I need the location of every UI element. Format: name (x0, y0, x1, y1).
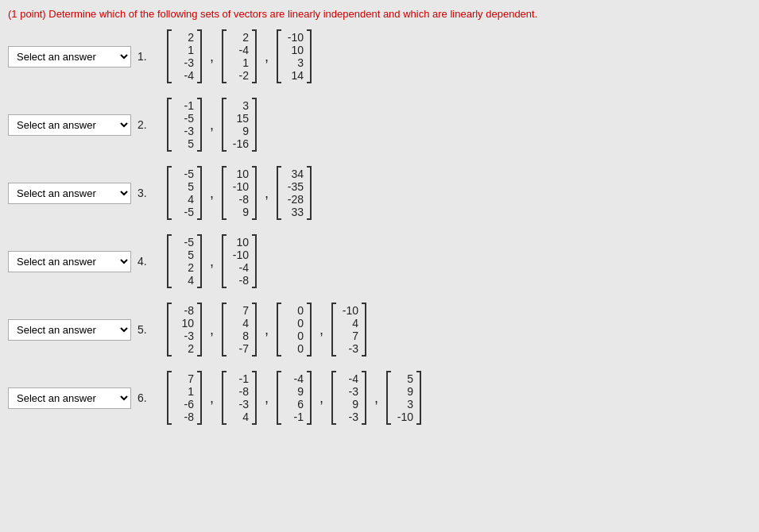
bracket-left (222, 29, 227, 83)
vectors-container-6: 71-6-8,-1-8-34,-496-1,-4-39-3,593-10 (167, 371, 421, 425)
select-wrapper-3: Select an answerLinearly IndependentLine… (8, 183, 167, 204)
bracket-right (197, 303, 202, 357)
vectors-container-5: -810-32,748-7,0000,-1047-3 (167, 303, 366, 357)
bracket-right (252, 166, 257, 220)
answer-select-2[interactable]: Select an answerLinearly IndependentLine… (8, 114, 131, 136)
matrix-cell: -16 (230, 137, 249, 150)
bracket-left (167, 303, 172, 357)
bracket-left (331, 303, 336, 357)
question-row-2: Select an answerLinearly IndependentLine… (8, 98, 751, 152)
matrix-cell: -3 (175, 330, 194, 342)
select-wrapper-5: Select an answerLinearly IndependentLine… (8, 319, 167, 341)
separator: , (210, 117, 214, 133)
bracket-right (197, 166, 202, 220)
bracket-left (277, 303, 281, 357)
matrix-cell: -3 (339, 385, 358, 398)
answer-select-3[interactable]: Select an answerLinearly IndependentLine… (8, 183, 131, 204)
answer-select-4[interactable]: Select an answerLinearly IndependentLine… (8, 251, 131, 272)
matrix-cell: 9 (285, 385, 304, 398)
bracket-left (386, 371, 391, 425)
answer-select-6[interactable]: Select an answerLinearly IndependentLine… (8, 387, 131, 409)
bracket-left (331, 371, 336, 425)
matrix-values: -554-5 (175, 166, 194, 220)
matrix-cell: 2 (175, 31, 194, 44)
matrix-cell: 34 (285, 168, 304, 180)
matrix-cell: -6 (175, 398, 194, 411)
matrix-cell: -4 (339, 372, 358, 385)
bracket-left (167, 98, 172, 152)
matrix-cell: -3 (175, 125, 194, 137)
matrix-cell: 14 (285, 69, 304, 82)
vector-6-3: -496-1 (277, 371, 312, 425)
matrix-cell: 1 (230, 56, 249, 69)
vector-5-3: 0000 (277, 303, 312, 357)
matrix-cell: -10 (230, 180, 249, 193)
matrix-values: 21-3-4 (175, 29, 194, 83)
matrix-cell: 7 (230, 304, 249, 317)
matrix-cell: 1 (175, 44, 194, 56)
matrix-cell: 8 (230, 330, 249, 342)
matrix-cell: -7 (230, 342, 249, 355)
bracket-left (167, 371, 172, 425)
select-wrapper-4: Select an answerLinearly IndependentLine… (8, 251, 167, 272)
matrix-cell: -8 (175, 411, 194, 423)
matrix-cell: -8 (230, 193, 249, 206)
separator: , (265, 390, 269, 407)
vector-5-4: -1047-3 (331, 303, 366, 357)
matrix-cell: 6 (285, 398, 304, 411)
bracket-left (277, 166, 281, 220)
vector-6-4: -4-39-3 (331, 371, 366, 425)
matrix-cell: -5 (175, 112, 194, 125)
matrix-cell: 9 (394, 385, 413, 398)
matrix-cell: -3 (230, 398, 249, 411)
matrix-cell: -10 (285, 31, 304, 44)
bracket-left (222, 371, 227, 425)
matrix-cell: -5 (175, 236, 194, 249)
bracket-left (222, 98, 227, 152)
answer-select-5[interactable]: Select an answerLinearly IndependentLine… (8, 319, 131, 341)
bracket-right (197, 29, 202, 83)
matrix-cell: 10 (230, 236, 249, 249)
vectors-container-1: 21-3-4,2-41-2,-1010314 (167, 29, 312, 83)
separator: , (265, 185, 269, 202)
matrix-cell: 0 (285, 317, 304, 330)
bracket-left (222, 303, 227, 357)
point-label: (1 point) (8, 8, 46, 20)
bracket-right (252, 29, 257, 83)
matrix-cell: 10 (175, 317, 194, 330)
matrix-values: 10-10-4-8 (230, 234, 249, 288)
matrix-cell: 3 (230, 99, 249, 112)
bracket-left (167, 234, 172, 288)
answer-select-1[interactable]: Select an answerLinearly IndependentLine… (8, 46, 131, 67)
separator: , (265, 48, 269, 65)
matrix-values: 0000 (285, 303, 304, 357)
matrix-cell: 3 (394, 398, 413, 411)
vectors-container-2: -1-5-35,3159-16 (167, 98, 257, 152)
matrix-values: -1-5-35 (175, 98, 194, 152)
matrix-values: -496-1 (285, 371, 304, 425)
matrix-cell: 3 (285, 56, 304, 69)
question-num-2: 2. (137, 118, 147, 131)
matrix-cell: 4 (175, 274, 194, 287)
vector-1-3: -1010314 (277, 29, 312, 83)
matrix-values: 2-41-2 (230, 29, 249, 83)
question-num-5: 5. (137, 323, 147, 336)
vector-1-1: 21-3-4 (167, 29, 202, 83)
vector-1-2: 2-41-2 (222, 29, 257, 83)
bracket-right (197, 371, 202, 425)
matrix-cell: 10 (285, 44, 304, 56)
vector-3-2: 10-10-89 (222, 166, 257, 220)
matrix-cell: -3 (339, 411, 358, 423)
matrix-values: -4-39-3 (339, 371, 358, 425)
matrix-cell: -3 (175, 56, 194, 69)
matrix-cell: 7 (339, 330, 358, 342)
matrix-cell: -5 (175, 206, 194, 218)
separator: , (210, 48, 214, 65)
matrix-cell: -8 (230, 385, 249, 398)
matrix-values: 34-35-2833 (285, 166, 304, 220)
bracket-left (222, 166, 227, 220)
question-row-6: Select an answerLinearly IndependentLine… (8, 371, 751, 425)
separator: , (319, 322, 323, 338)
matrix-cell: -35 (285, 180, 304, 193)
matrix-values: -810-32 (175, 303, 194, 357)
